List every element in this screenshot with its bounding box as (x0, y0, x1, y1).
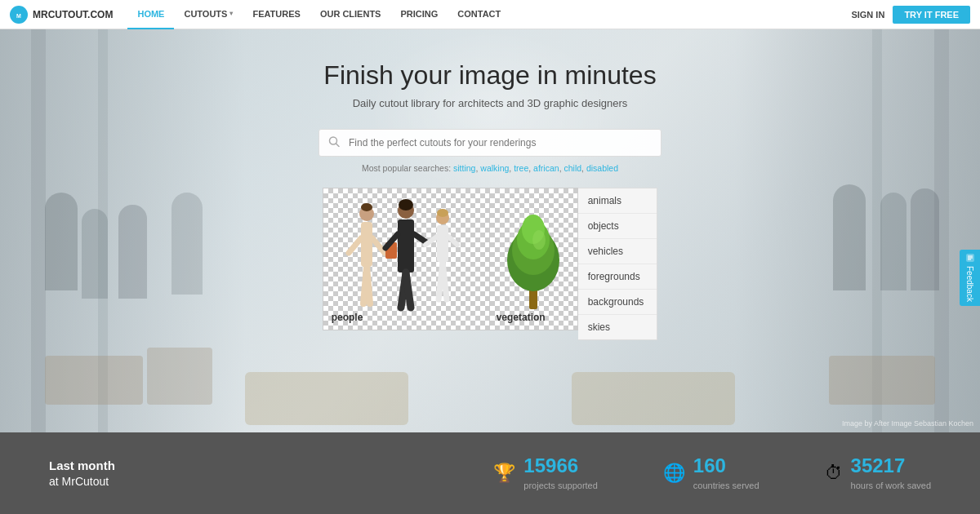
stat-countries-number: 160 (693, 454, 760, 477)
brand-name: MRCUTOUT.COM (33, 9, 113, 20)
sidebar-categories: animals objects vehicles foregrounds bac… (578, 188, 658, 340)
stat-projects: 🏆 15966 projects supported (493, 454, 598, 492)
svg-line-18 (414, 234, 426, 242)
clock-icon: ⏱ (825, 463, 843, 484)
stat-hours-label: hours of work saved (851, 481, 931, 490)
nav-pricing[interactable]: PRICING (390, 0, 448, 29)
svg-line-25 (448, 237, 457, 245)
popular-term-tree[interactable]: tree (514, 163, 528, 173)
stats-items: 🏆 15966 projects supported 🌐 160 countri… (493, 454, 931, 492)
sidebar-item-vehicles[interactable]: vehicles (578, 239, 657, 264)
hero-subtitle: Daily cutout library for architects and … (353, 97, 628, 109)
stat-countries-info: 160 countries served (693, 454, 760, 492)
stat-countries-label: countries served (693, 481, 760, 490)
at-mrcutout-label: at MrCutout (49, 474, 493, 490)
stat-projects-info: 15966 projects supported (523, 454, 598, 492)
stat-hours-number: 35217 (851, 454, 931, 477)
stat-countries: 🌐 160 countries served (663, 454, 760, 492)
people-label: people (332, 312, 363, 323)
popular-searches: Most popular searches: sitting, walking,… (362, 163, 618, 173)
sidebar-item-foregrounds[interactable]: foregrounds (578, 264, 657, 290)
sidebar-item-animals[interactable]: animals (578, 188, 657, 214)
hero-section: Finish your image in minutes Daily cutou… (0, 29, 980, 432)
hero-title: Finish your image in minutes (323, 60, 656, 91)
stat-hours-info: 35217 hours of work saved (851, 454, 931, 492)
tree-illustration (497, 195, 570, 313)
popular-term-child[interactable]: child (564, 163, 581, 173)
navbar: M MRCUTOUT.COM HOME CUTOUTS ▾ FEATURES O… (0, 0, 980, 29)
image-credit: Image by After Image Sebastian Kochen (842, 419, 973, 428)
trophy-icon: 🏆 (493, 463, 515, 484)
signin-link[interactable]: SIGN IN (851, 10, 884, 20)
people-illustration (341, 197, 471, 312)
popular-term-walking[interactable]: walking (480, 163, 509, 173)
people-card[interactable]: people (323, 188, 490, 330)
svg-line-22 (443, 262, 447, 299)
stat-projects-number: 15966 (523, 454, 598, 477)
search-icon (328, 136, 340, 150)
navbar-right: SIGN IN TRY IT FREE (851, 6, 970, 24)
svg-line-24 (425, 237, 437, 245)
nav-features[interactable]: FEATURES (243, 0, 310, 29)
popular-term-disabled[interactable]: disabled (586, 163, 618, 173)
feedback-container: Feedback (960, 250, 980, 306)
nav-home[interactable]: HOME (127, 0, 174, 29)
brand-logo: M (10, 6, 28, 24)
stats-bar: Last month at MrCutout 🏆 15966 projects … (0, 432, 980, 514)
nav-contact[interactable]: CONTACT (448, 0, 510, 29)
category-grid: people vegetation (323, 188, 658, 340)
svg-point-31 (532, 230, 546, 250)
svg-line-10 (372, 238, 385, 253)
svg-point-8 (361, 203, 372, 211)
globe-icon: 🌐 (663, 463, 685, 484)
stat-hours: ⏱ 35217 hours of work saved (825, 454, 931, 492)
svg-line-7 (367, 267, 370, 304)
svg-line-14 (406, 273, 411, 308)
last-month-label: Last month (49, 457, 493, 474)
nav-links: HOME CUTOUTS ▾ FEATURES OUR CLIENTS PRIC… (127, 0, 851, 29)
hero-content: Finish your image in minutes Daily cutou… (0, 29, 980, 340)
svg-rect-12 (398, 219, 414, 273)
popular-term-sitting[interactable]: sitting (453, 163, 475, 173)
search-wrapper (318, 129, 662, 157)
svg-line-9 (349, 238, 361, 253)
svg-line-3 (336, 144, 340, 147)
stat-projects-label: projects supported (523, 481, 598, 490)
sidebar-item-backgrounds[interactable]: backgrounds (578, 290, 657, 315)
svg-text:M: M (16, 12, 21, 18)
sidebar-item-objects[interactable]: objects (578, 214, 657, 239)
try-free-button[interactable]: TRY IT FREE (893, 6, 970, 24)
nav-cutouts[interactable]: CUTOUTS ▾ (174, 0, 243, 29)
svg-point-23 (437, 209, 448, 217)
svg-point-15 (399, 199, 413, 210)
stats-left-label: Last month at MrCutout (49, 457, 493, 490)
vegetation-card[interactable]: vegetation (490, 188, 578, 330)
svg-rect-5 (361, 222, 372, 267)
vegetation-label: vegetation (497, 312, 546, 323)
sidebar-item-skies[interactable]: skies (578, 315, 657, 339)
svg-rect-20 (437, 225, 448, 262)
feedback-button[interactable]: Feedback (960, 250, 980, 306)
feedback-icon (966, 254, 974, 262)
nav-our-clients[interactable]: OUR CLIENTS (310, 0, 391, 29)
popular-term-african[interactable]: african (533, 163, 559, 173)
cutouts-chevron-icon: ▾ (229, 10, 233, 17)
search-input[interactable] (318, 129, 662, 157)
brand[interactable]: M MRCUTOUT.COM (10, 6, 113, 24)
